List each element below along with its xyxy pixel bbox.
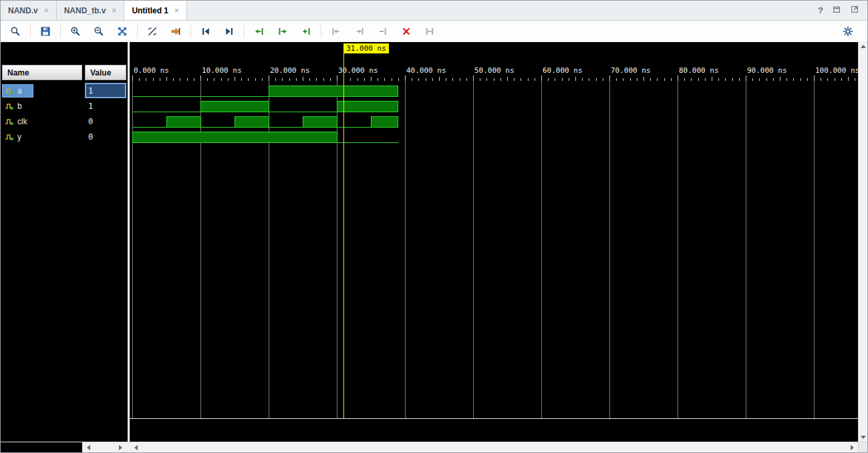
wave-main: Name Value a1b1clk0y0 31.000 ns 0.000 ns… xyxy=(1,42,867,442)
ruler-label: 70.000 ns xyxy=(611,66,651,75)
scroll-left-icon xyxy=(87,445,90,450)
wave-scroll-right-button[interactable] xyxy=(847,444,857,452)
save-wave-config-icon xyxy=(40,26,51,37)
ruler-label: 90.000 ns xyxy=(747,66,787,75)
tab-nand-tb-v[interactable]: NAND_tb.v× xyxy=(57,1,125,20)
go-to-last-time-button[interactable] xyxy=(220,23,239,39)
next-transition-button[interactable] xyxy=(273,23,292,39)
names-scroll-right-button[interactable] xyxy=(116,444,125,452)
vertical-scrollbar[interactable] xyxy=(858,42,867,442)
signal-name: a xyxy=(17,86,22,96)
tab-close-icon[interactable]: × xyxy=(44,6,49,15)
names-scroll-left-button[interactable] xyxy=(84,444,93,452)
swap-cursors-icon xyxy=(424,26,435,37)
go-to-time-zero-button[interactable] xyxy=(196,23,215,39)
save-wave-config-button[interactable] xyxy=(36,23,55,39)
maximize-icon xyxy=(850,5,859,14)
signal-value-b[interactable]: 1 xyxy=(85,98,126,114)
settings-button[interactable] xyxy=(839,23,857,39)
toolbar-separator xyxy=(321,25,321,38)
next-marker-icon xyxy=(354,26,365,37)
tab-close-icon[interactable]: × xyxy=(174,6,179,15)
scroll-down-icon[interactable] xyxy=(861,436,866,439)
remove-marker-button[interactable] xyxy=(374,23,392,39)
swap-cursors-button[interactable] xyxy=(420,23,439,39)
settings-icon xyxy=(843,26,853,37)
window-controls: ? xyxy=(818,1,867,20)
signal-icon xyxy=(5,102,14,111)
zoom-fit-button[interactable] xyxy=(113,23,132,39)
scroll-right-icon xyxy=(119,445,122,450)
waveform-window: NAND.v×NAND_tb.v×Untitled 1× ? Name Valu… xyxy=(0,0,868,453)
ruler-label: 80.000 ns xyxy=(679,66,719,75)
tab-close-icon[interactable]: × xyxy=(112,6,116,15)
toolbar-separator xyxy=(137,25,138,38)
zoom-out-icon xyxy=(94,26,104,37)
toolbar-groups xyxy=(6,23,444,39)
tab-untitled-1[interactable]: Untitled 1× xyxy=(124,1,187,20)
add-marker-button[interactable] xyxy=(297,23,315,39)
bottom-left-corner xyxy=(1,442,82,452)
cursor-label[interactable]: 31.000 ns xyxy=(343,43,389,53)
remove-marker-icon xyxy=(378,26,388,37)
signal-row-y[interactable]: y xyxy=(1,129,82,144)
float-window-button[interactable] xyxy=(832,5,841,17)
signal-panel: Name Value a1b1clk0y0 xyxy=(1,42,128,442)
tab-list: NAND.v×NAND_tb.v×Untitled 1× xyxy=(1,1,187,20)
ruler-label: 20.000 ns xyxy=(270,66,310,75)
ruler-label: 10.000 ns xyxy=(202,66,242,75)
signal-value-y[interactable]: 0 xyxy=(85,129,126,144)
wave-bottom-separator xyxy=(130,418,858,419)
signal-value-a[interactable]: 1 xyxy=(85,83,126,98)
float-window-icon xyxy=(832,5,841,14)
help-button[interactable]: ? xyxy=(818,5,823,15)
toolbar-separator xyxy=(244,25,245,38)
scroll-left-icon xyxy=(134,445,138,450)
scrollbar-corner xyxy=(858,442,867,452)
signal-icon xyxy=(5,117,14,126)
tab-label: NAND.v xyxy=(8,6,38,15)
delete-icon xyxy=(401,26,412,37)
scroll-up-icon[interactable] xyxy=(861,45,866,48)
signal-row-a[interactable]: a xyxy=(1,83,82,98)
ruler-label: 100.000 ns xyxy=(815,66,858,75)
ruler-ticks[interactable] xyxy=(130,76,858,81)
wave-scroll-left-button[interactable] xyxy=(131,444,140,452)
tab-label: NAND_tb.v xyxy=(64,6,106,15)
signal-row-clk[interactable]: clk xyxy=(1,114,82,129)
zoom-in-button[interactable] xyxy=(66,23,85,39)
next-marker-button[interactable] xyxy=(350,23,369,39)
toolbar-separator xyxy=(60,25,61,38)
signal-value-clk[interactable]: 0 xyxy=(85,114,126,129)
previous-marker-button[interactable] xyxy=(327,23,345,39)
previous-transition-button[interactable] xyxy=(250,23,269,39)
delete-button[interactable] xyxy=(397,23,416,39)
tab-label: Untitled 1 xyxy=(132,6,168,15)
go-to-time-zero-icon xyxy=(200,26,211,37)
signal-chip: clk xyxy=(3,116,38,128)
ruler-labels[interactable]: 0.000 ns10.000 ns20.000 ns30.000 ns40.00… xyxy=(130,66,858,76)
go-to-time-button[interactable] xyxy=(166,23,185,39)
signal-icon xyxy=(5,132,14,142)
previous-marker-icon xyxy=(331,26,341,37)
snap-to-transition-icon xyxy=(147,26,158,37)
zoom-out-button[interactable] xyxy=(90,23,108,39)
zoom-in-icon xyxy=(70,26,81,37)
wave-canvas[interactable] xyxy=(130,81,858,418)
ruler-label: 0.000 ns xyxy=(134,66,169,75)
signal-chip: b xyxy=(3,100,33,112)
signal-name: b xyxy=(17,102,22,111)
maximize-button[interactable] xyxy=(850,5,859,17)
toolbar-separator xyxy=(190,25,191,38)
add-marker-icon xyxy=(301,26,311,37)
find-button[interactable] xyxy=(6,23,25,39)
signal-icon xyxy=(5,86,14,96)
signal-chip: a xyxy=(3,85,33,97)
snap-to-transition-button[interactable] xyxy=(143,23,162,39)
ruler-label: 40.000 ns xyxy=(406,66,446,75)
wave-toolbar xyxy=(1,21,867,42)
signal-row-b[interactable]: b xyxy=(1,98,82,114)
cursor-line[interactable] xyxy=(343,53,344,418)
wave-area: 31.000 ns 0.000 ns10.000 ns20.000 ns30.0… xyxy=(130,42,858,442)
tab-nand-v[interactable]: NAND.v× xyxy=(1,1,57,20)
